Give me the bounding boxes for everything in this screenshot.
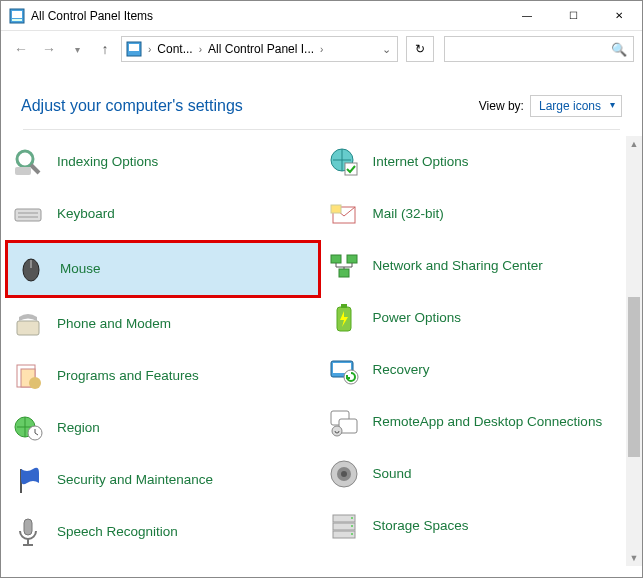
- microphone-icon: [9, 513, 47, 551]
- cp-item-label: Internet Options: [373, 154, 469, 171]
- svg-rect-32: [341, 304, 347, 308]
- cp-item-label: RemoteApp and Desktop Connections: [373, 414, 603, 431]
- search-icon[interactable]: 🔍: [611, 42, 627, 57]
- chevron-right-icon[interactable]: ›: [318, 44, 325, 55]
- cp-item-label: Power Options: [373, 310, 462, 327]
- chevron-right-icon[interactable]: ›: [146, 44, 153, 55]
- cp-item-label: Storage Spaces: [373, 518, 469, 535]
- close-button[interactable]: ✕: [596, 1, 642, 31]
- cp-item-internet-options[interactable]: Internet Options: [321, 136, 637, 188]
- svg-rect-30: [339, 269, 349, 277]
- svg-point-38: [332, 426, 342, 436]
- svg-rect-28: [331, 255, 341, 263]
- cp-item-mouse[interactable]: Mouse: [8, 243, 318, 295]
- cp-item-label: Security and Maintenance: [57, 472, 213, 489]
- svg-point-45: [351, 517, 353, 519]
- cp-item-remoteapp-and-desktop-connections[interactable]: RemoteApp and Desktop Connections: [321, 396, 637, 448]
- cp-item-keyboard[interactable]: Keyboard: [5, 188, 321, 240]
- cp-item-label: Mouse: [60, 261, 101, 278]
- cp-item-recovery[interactable]: Recovery: [321, 344, 637, 396]
- svg-point-41: [341, 471, 347, 477]
- forward-button[interactable]: →: [37, 37, 61, 61]
- mouse-icon: [12, 250, 50, 288]
- cp-item-label: Speech Recognition: [57, 524, 178, 541]
- cp-item-system[interactable]: System: [321, 552, 637, 566]
- mail-icon: [325, 195, 363, 233]
- network-icon: [325, 247, 363, 285]
- programs-icon: [9, 357, 47, 395]
- globe-check-icon: [325, 143, 363, 181]
- view-by-value: Large icons: [539, 99, 601, 113]
- svg-rect-2: [12, 19, 22, 21]
- navigation-row: ← → ▾ ↑ › Cont... › All Control Panel I.…: [1, 31, 642, 67]
- window-controls: — ☐ ✕: [504, 1, 642, 31]
- cp-item-region[interactable]: Region: [5, 402, 321, 454]
- view-by-select[interactable]: Large icons: [530, 95, 622, 117]
- cp-item-network-and-sharing-center[interactable]: Network and Sharing Center: [321, 240, 637, 292]
- cp-item-security-and-maintenance[interactable]: Security and Maintenance: [5, 454, 321, 506]
- control-panel-icon: [9, 8, 25, 24]
- cp-item-speech-recognition[interactable]: Speech Recognition: [5, 506, 321, 558]
- highlight-box: Mouse: [5, 240, 321, 298]
- svg-line-6: [31, 165, 39, 173]
- maximize-button[interactable]: ☐: [550, 1, 596, 31]
- scroll-track[interactable]: [626, 152, 642, 550]
- svg-point-46: [351, 525, 353, 527]
- cp-item-sync-center[interactable]: Sync Center: [5, 558, 321, 566]
- svg-point-47: [351, 533, 353, 535]
- back-button[interactable]: ←: [9, 37, 33, 61]
- minimize-button[interactable]: —: [504, 1, 550, 31]
- address-dropdown-icon[interactable]: ⌄: [380, 43, 393, 56]
- svg-rect-8: [15, 209, 41, 221]
- cp-item-indexing-options[interactable]: Indexing Options: [5, 136, 321, 188]
- globe-clock-icon: [9, 409, 47, 447]
- cp-item-mail-32-bit-[interactable]: Mail (32-bit): [321, 188, 637, 240]
- remoteapp-icon: [325, 403, 363, 441]
- cp-item-label: Sound: [373, 466, 412, 483]
- view-by-label: View by:: [479, 99, 524, 113]
- page-heading: Adjust your computer's settings: [21, 97, 243, 115]
- search-box[interactable]: 🔍: [444, 36, 634, 62]
- cp-item-programs-and-features[interactable]: Programs and Features: [5, 350, 321, 402]
- cp-item-label: Indexing Options: [57, 154, 158, 171]
- svg-rect-20: [24, 519, 32, 535]
- keyboard-icon: [9, 195, 47, 233]
- scroll-thumb[interactable]: [628, 297, 640, 457]
- svg-point-17: [29, 377, 41, 389]
- cp-item-label: Phone and Modem: [57, 316, 171, 333]
- up-button[interactable]: ↑: [93, 37, 117, 61]
- search-index-icon: [9, 143, 47, 181]
- battery-icon: [325, 299, 363, 337]
- search-input[interactable]: [445, 37, 633, 61]
- view-by: View by: Large icons: [479, 95, 622, 117]
- address-bar[interactable]: › Cont... › All Control Panel I... › ⌄: [121, 36, 398, 62]
- svg-rect-14: [17, 321, 39, 335]
- svg-rect-29: [347, 255, 357, 263]
- recent-locations-button[interactable]: ▾: [65, 37, 89, 61]
- sync-icon: [9, 565, 47, 566]
- scroll-down-arrow-icon[interactable]: ▼: [626, 550, 642, 566]
- speaker-icon: [325, 455, 363, 493]
- vertical-scrollbar[interactable]: ▲ ▼: [626, 136, 642, 566]
- cp-item-sound[interactable]: Sound: [321, 448, 637, 500]
- cp-item-power-options[interactable]: Power Options: [321, 292, 637, 344]
- divider: [23, 129, 620, 130]
- control-panel-icon: [126, 41, 142, 57]
- refresh-button[interactable]: ↻: [406, 36, 434, 62]
- breadcrumb-seg1[interactable]: Cont...: [157, 42, 192, 56]
- svg-rect-7: [15, 167, 31, 175]
- chevron-right-icon[interactable]: ›: [197, 44, 204, 55]
- svg-rect-25: [345, 163, 357, 175]
- cp-item-label: Programs and Features: [57, 368, 199, 385]
- flag-icon: [9, 461, 47, 499]
- cp-item-phone-and-modem[interactable]: Phone and Modem: [5, 298, 321, 350]
- items-area: Indexing OptionsKeyboardMousePhone and M…: [1, 136, 642, 566]
- svg-point-5: [17, 151, 33, 167]
- titlebar: All Control Panel Items — ☐ ✕: [1, 1, 642, 31]
- breadcrumb-seg2[interactable]: All Control Panel I...: [208, 42, 314, 56]
- cp-item-storage-spaces[interactable]: Storage Spaces: [321, 500, 637, 552]
- cp-item-label: Recovery: [373, 362, 430, 379]
- scroll-up-arrow-icon[interactable]: ▲: [626, 136, 642, 152]
- svg-rect-27: [331, 205, 341, 213]
- cp-item-label: Mail (32-bit): [373, 206, 444, 223]
